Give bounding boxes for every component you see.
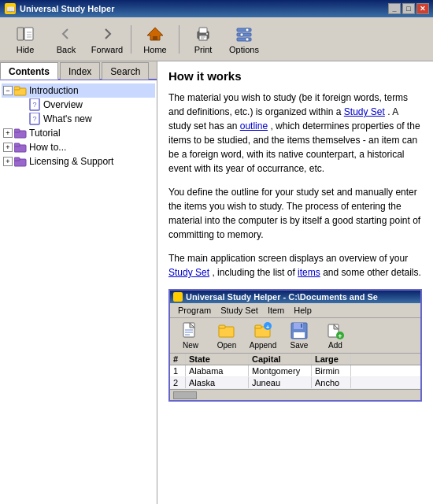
toggle-howto[interactable]: + bbox=[3, 143, 13, 152]
tab-search[interactable]: Search bbox=[102, 62, 149, 80]
svg-rect-29 bbox=[14, 129, 20, 132]
toolbar-separator bbox=[131, 25, 131, 54]
window-title: Universal Study Helper bbox=[20, 4, 388, 13]
cell-large: Ancho bbox=[312, 377, 351, 388]
svg-text:+: + bbox=[338, 332, 342, 339]
print-icon bbox=[194, 24, 213, 43]
tree-area: − Introduction ? bbox=[0, 80, 157, 504]
print-label: Print bbox=[194, 45, 213, 54]
add-label: Add bbox=[328, 341, 342, 350]
folder-open-icon bbox=[14, 84, 27, 97]
open-label: Open bbox=[217, 341, 236, 350]
table-row[interactable]: 2 Alaska Juneau Ancho bbox=[170, 377, 420, 389]
horizontal-scrollbar[interactable] bbox=[170, 389, 420, 400]
hide-button[interactable]: Hide bbox=[6, 20, 44, 58]
cell-capital: Juneau bbox=[249, 377, 312, 388]
tree-item-howto[interactable]: + How to... bbox=[2, 140, 155, 154]
close-button[interactable]: ✕ bbox=[416, 3, 429, 14]
tree-item-overview[interactable]: ? Overview bbox=[2, 98, 155, 112]
print-button[interactable]: Print bbox=[184, 20, 222, 58]
svg-rect-17 bbox=[237, 33, 251, 36]
svg-rect-31 bbox=[14, 143, 20, 146]
table-row[interactable]: 1 Alabama Montgomery Birmin bbox=[170, 365, 420, 377]
embedded-new-button[interactable]: New bbox=[175, 321, 206, 350]
svg-rect-12 bbox=[199, 35, 207, 40]
options-icon bbox=[235, 24, 254, 43]
embedded-add-button[interactable]: + Add bbox=[320, 321, 351, 350]
embedded-open-button[interactable]: Open bbox=[211, 321, 242, 350]
cell-capital: Montgomery bbox=[249, 365, 312, 376]
svg-rect-33 bbox=[14, 158, 20, 161]
open-folder-icon bbox=[217, 321, 236, 340]
menu-program[interactable]: Program bbox=[173, 305, 216, 316]
forward-icon bbox=[98, 24, 117, 43]
cell-state: Alabama bbox=[186, 365, 249, 376]
study-set-link-1[interactable]: Study Set bbox=[344, 106, 385, 117]
folder-purple2-icon bbox=[14, 141, 27, 154]
new-label: New bbox=[183, 341, 198, 350]
embedded-save-button[interactable]: Save bbox=[283, 321, 315, 350]
study-set-link-2[interactable]: Study Set bbox=[168, 267, 209, 278]
svg-rect-9 bbox=[153, 36, 157, 40]
options-button[interactable]: Options bbox=[225, 20, 263, 58]
svg-rect-34 bbox=[173, 292, 183, 302]
minimize-button[interactable]: _ bbox=[388, 3, 401, 14]
svg-rect-48 bbox=[294, 332, 305, 338]
page-icon: ? bbox=[28, 98, 41, 111]
embedded-titlebar: Universal Study Helper - C:\Documents an… bbox=[170, 291, 420, 303]
whatsnew-label: What's new bbox=[43, 113, 92, 124]
toolbar: Hide Back Forward Home bbox=[0, 17, 433, 61]
svg-rect-41 bbox=[219, 325, 225, 328]
svg-text:?: ? bbox=[32, 115, 36, 123]
back-button[interactable]: Back bbox=[47, 20, 85, 58]
page2-icon: ? bbox=[28, 113, 41, 125]
scrollbar-thumb[interactable] bbox=[173, 391, 197, 399]
toggle-introduction[interactable]: − bbox=[3, 86, 13, 95]
tree-item-tutorial[interactable]: + Tutorial bbox=[2, 126, 155, 140]
svg-rect-19 bbox=[246, 28, 249, 32]
content-title: How it works bbox=[168, 69, 422, 83]
content-paragraph-3: The main application screen displays an … bbox=[168, 251, 422, 280]
cell-num: 1 bbox=[170, 365, 186, 376]
forward-button[interactable]: Forward bbox=[88, 20, 126, 58]
svg-rect-11 bbox=[199, 28, 207, 33]
embedded-table-header: # State Capital Large bbox=[170, 354, 420, 365]
menu-help[interactable]: Help bbox=[289, 305, 316, 316]
col-header-capital: Capital bbox=[249, 354, 312, 365]
svg-text:+: + bbox=[266, 324, 270, 331]
tree-item-whatsnew[interactable]: ? What's new bbox=[2, 112, 155, 126]
toolbar-separator-2 bbox=[179, 25, 179, 54]
outline-link[interactable]: outline bbox=[240, 120, 268, 132]
svg-text:?: ? bbox=[32, 101, 36, 109]
home-button[interactable]: Home bbox=[136, 20, 174, 58]
options-label: Options bbox=[229, 45, 259, 54]
menu-item[interactable]: Item bbox=[263, 305, 289, 316]
licensing-label: Licensing & Support bbox=[29, 156, 113, 167]
append-label: Append bbox=[250, 341, 276, 350]
svg-rect-21 bbox=[246, 38, 249, 41]
toggle-tutorial[interactable]: + bbox=[3, 128, 13, 138]
embedded-append-button[interactable]: + Append bbox=[247, 321, 279, 350]
toggle-licensing[interactable]: + bbox=[3, 157, 13, 166]
content-panel: How it works The material you wish to st… bbox=[157, 61, 433, 504]
forward-label: Forward bbox=[91, 45, 123, 54]
title-bar: 📖 Universal Study Helper _ □ ✕ bbox=[0, 0, 433, 17]
app-icon: 📖 bbox=[4, 2, 17, 15]
tab-contents[interactable]: Contents bbox=[0, 62, 58, 80]
tree-item-introduction[interactable]: − Introduction bbox=[2, 83, 155, 98]
col-header-large: Large bbox=[312, 354, 351, 365]
save-icon bbox=[290, 321, 309, 340]
tab-index[interactable]: Index bbox=[60, 62, 100, 80]
svg-rect-4 bbox=[24, 28, 33, 40]
menu-studyset[interactable]: Study Set bbox=[216, 305, 263, 316]
items-link[interactable]: items bbox=[298, 267, 320, 278]
tree-item-licensing[interactable]: + Licensing & Support bbox=[2, 154, 155, 169]
col-header-state: State bbox=[186, 354, 249, 365]
maximize-button[interactable]: □ bbox=[402, 3, 415, 14]
tab-bar: Contents Index Search bbox=[0, 61, 157, 80]
embedded-menubar: Program Study Set Item Help bbox=[170, 303, 420, 318]
add-icon: + bbox=[326, 321, 345, 340]
svg-point-15 bbox=[206, 33, 208, 35]
back-icon bbox=[57, 24, 76, 43]
window-controls: _ □ ✕ bbox=[388, 3, 429, 14]
